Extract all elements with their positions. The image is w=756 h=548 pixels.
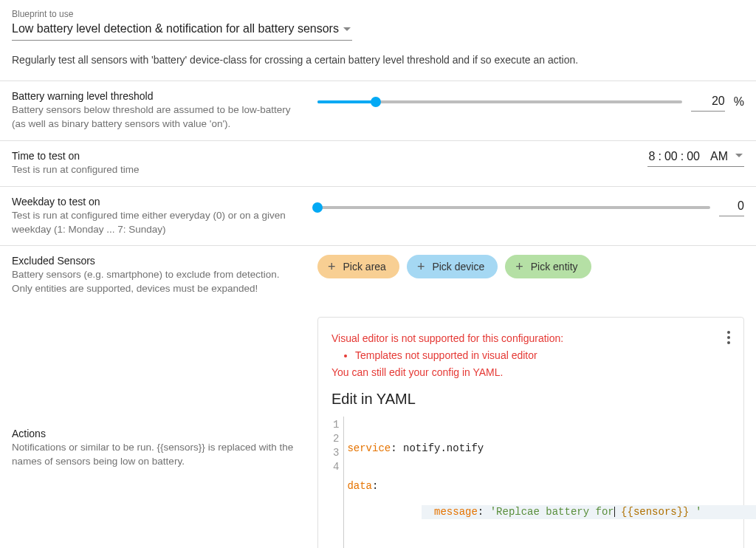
chevron-down-icon (735, 154, 743, 157)
threshold-slider[interactable] (317, 100, 682, 103)
excluded-row: Excluded Sensors Battery sensors (e.g. s… (0, 245, 756, 305)
excluded-title: Excluded Sensors (12, 255, 301, 267)
time-hour: 8 (649, 150, 656, 163)
weekday-slider[interactable] (317, 206, 710, 209)
excluded-desc: Battery sensors (e.g. smartphone) to exc… (12, 268, 301, 296)
actions-row: Actions Notifications or similar to be r… (0, 305, 756, 548)
weekday-input[interactable] (719, 198, 744, 216)
threshold-title: Battery warning level threshold (12, 90, 301, 102)
time-min: 00 (664, 150, 678, 163)
blueprint-description: Regularly test all sensors with 'battery… (12, 54, 744, 66)
line-gutter: 1234 (331, 417, 344, 548)
time-picker[interactable]: 8 : 00 : 00 AM (647, 150, 744, 167)
yaml-editor[interactable]: 1234 service: notify.notify data: messag… (331, 417, 730, 548)
slider-thumb[interactable] (371, 97, 381, 107)
blueprint-selected-value: Low battery level detection & notificati… (12, 22, 339, 35)
chevron-down-icon (343, 27, 351, 31)
kebab-menu-icon[interactable] (724, 328, 733, 347)
time-sec: 00 (687, 150, 700, 163)
threshold-row: Battery warning level threshold Battery … (0, 81, 756, 140)
actions-desc: Notifications or similar to be run. {{se… (12, 441, 301, 469)
weekday-desc: Test is run at configured time either ev… (12, 209, 301, 237)
actions-title: Actions (12, 428, 301, 439)
blueprint-field-label: Blueprint to use (12, 9, 744, 19)
weekday-row: Weekday to test on Test is run at config… (0, 186, 756, 246)
plus-icon: + (417, 261, 425, 272)
weekday-title: Weekday to test on (12, 196, 301, 208)
error-header: Visual editor is not supported for this … (331, 331, 730, 346)
threshold-unit: % (734, 95, 744, 109)
pick-device-button[interactable]: + Pick device (407, 255, 498, 278)
pick-area-button[interactable]: + Pick area (317, 255, 399, 278)
error-item: Templates not supported in visual editor (355, 348, 730, 363)
time-ampm: AM (710, 150, 728, 163)
error-footer: You can still edit your config in YAML. (331, 365, 730, 380)
threshold-input[interactable] (691, 93, 725, 112)
time-desc: Test is run at configured time (12, 163, 301, 177)
time-row: Time to test on Test is run at configure… (0, 140, 756, 186)
yaml-editor-card: Visual editor is not supported for this … (317, 317, 744, 548)
plus-icon: + (515, 261, 523, 272)
time-title: Time to test on (12, 150, 301, 162)
slider-thumb[interactable] (312, 202, 323, 213)
pick-entity-button[interactable]: + Pick entity (505, 255, 591, 278)
plus-icon: + (328, 261, 336, 272)
blueprint-select[interactable]: Low battery level detection & notificati… (12, 21, 352, 41)
threshold-desc: Battery sensors below threshold are assu… (12, 103, 301, 131)
edit-yaml-heading: Edit in YAML (331, 391, 730, 408)
